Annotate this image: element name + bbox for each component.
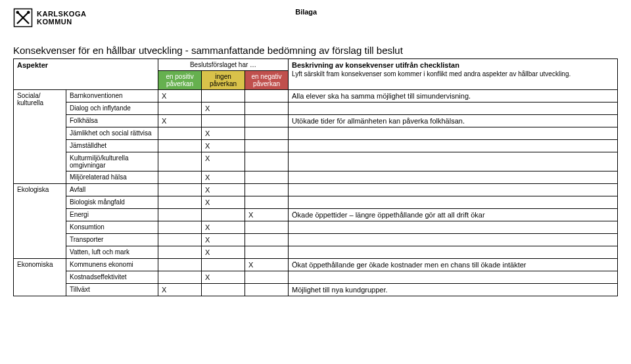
impact-ing-cell	[202, 284, 245, 296]
header-description-title: Beskrivning av konsekvenser utifrån chec…	[292, 61, 459, 69]
aspect-item-cell: Avfall	[66, 184, 158, 196]
impact-ing-cell: X	[202, 171, 245, 184]
impact-neg-cell	[245, 196, 289, 209]
description-cell	[289, 140, 618, 152]
impact-ing-cell: X	[202, 140, 245, 152]
consequence-table: Aspekter Beslutsförslaget har … Beskrivn…	[13, 58, 618, 296]
aspect-item-cell: Jämlikhet och social rättvisa	[66, 127, 158, 140]
table-row: Biologisk mångfaldX	[14, 196, 618, 209]
org-name-line2: KOMMUN	[37, 18, 86, 26]
description-cell: Ökat öppethållande ger ökade kostnader m…	[289, 259, 618, 271]
aspect-item-cell: Jämställdhet	[66, 140, 158, 152]
aspect-item-cell: Folkhälsa	[66, 115, 158, 127]
description-cell	[289, 102, 618, 115]
impact-pos-cell	[158, 127, 202, 140]
aspect-group-cell: Sociala/ kulturella	[14, 90, 66, 184]
impact-neg-cell	[245, 271, 289, 284]
header-negative: en negativ påverkan	[245, 71, 289, 90]
aspect-item-cell: Tillväxt	[66, 284, 158, 296]
impact-pos-cell	[158, 196, 202, 209]
table-row: Kulturmiljö/kulturella omgivningarX	[14, 152, 618, 171]
attachment-label: Bilaga	[295, 8, 409, 16]
description-cell	[289, 152, 618, 171]
impact-neg-cell	[245, 234, 289, 246]
impact-neg-cell	[245, 171, 289, 184]
description-cell	[289, 196, 618, 209]
description-cell	[289, 271, 618, 284]
aspect-group-cell: Ekologiska	[14, 184, 66, 259]
description-cell	[289, 221, 618, 234]
impact-neg-cell: X	[245, 209, 289, 221]
aspect-item-cell: Biologisk mångfald	[66, 196, 158, 209]
impact-neg-cell	[245, 284, 289, 296]
table-row: Dialog och inflytandeX	[14, 102, 618, 115]
impact-neg-cell	[245, 184, 289, 196]
impact-pos-cell	[158, 184, 202, 196]
impact-neg-cell	[245, 221, 289, 234]
impact-ing-cell: X	[202, 196, 245, 209]
aspect-item-cell: Kulturmiljö/kulturella omgivningar	[66, 152, 158, 171]
impact-ing-cell: X	[202, 184, 245, 196]
impact-neg-cell	[245, 140, 289, 152]
impact-neg-cell	[245, 102, 289, 115]
description-cell	[289, 127, 618, 140]
impact-neg-cell	[245, 246, 289, 259]
impact-ing-cell	[202, 209, 245, 221]
header-aspekter: Aspekter	[14, 59, 158, 90]
impact-pos-cell	[158, 246, 202, 259]
aspect-item-cell: Miljörelaterad hälsa	[66, 171, 158, 184]
impact-ing-cell: X	[202, 271, 245, 284]
impact-pos-cell	[158, 234, 202, 246]
description-cell: Möjlighet till nya kundgrupper.	[289, 284, 618, 296]
description-cell	[289, 171, 618, 184]
table-row: FolkhälsaXUtökade tider för allmänheten …	[14, 115, 618, 127]
table-row: Jämlikhet och social rättvisaX	[14, 127, 618, 140]
aspect-item-cell: Energi	[66, 209, 158, 221]
table-row: EkonomiskaKommunens ekonomiXÖkat öppethå…	[14, 259, 618, 271]
aspect-item-cell: Vatten, luft och mark	[66, 246, 158, 259]
table-row: EnergiXÖkade öppettider – längre öppethå…	[14, 209, 618, 221]
impact-ing-cell: X	[202, 152, 245, 171]
impact-pos-cell	[158, 140, 202, 152]
impact-pos-cell	[158, 209, 202, 221]
page-title: Konsekvenser för en hållbar utveckling -…	[13, 45, 618, 56]
table-row: TransporterX	[14, 234, 618, 246]
aspect-item-cell: Konsumtion	[66, 221, 158, 234]
aspect-group-cell: Ekonomiska	[14, 259, 66, 296]
org-name-line1: KARLSKOGA	[37, 10, 86, 18]
aspect-item-cell: Kostnadseffektivitet	[66, 271, 158, 284]
svg-point-4	[27, 11, 30, 14]
table-row: Miljörelaterad hälsaX	[14, 171, 618, 184]
table-row: JämställdhetX	[14, 140, 618, 152]
impact-pos-cell: X	[158, 115, 202, 127]
impact-ing-cell: X	[202, 102, 245, 115]
table-row: KostnadseffektivitetX	[14, 271, 618, 284]
impact-ing-cell: X	[202, 234, 245, 246]
description-cell: Alla elever ska ha samma möjlighet till …	[289, 90, 618, 102]
impact-pos-cell: X	[158, 90, 202, 102]
impact-neg-cell	[245, 127, 289, 140]
table-row: KonsumtionX	[14, 221, 618, 234]
impact-ing-cell	[202, 90, 245, 102]
aspect-item-cell: Kommunens ekonomi	[66, 259, 158, 271]
org-logo: KARLSKOGA KOMMUN	[13, 8, 86, 28]
impact-neg-cell	[245, 115, 289, 127]
header-description-sub: Lyft särskilt fram konsekvenser som komm…	[292, 70, 614, 78]
impact-neg-cell: X	[245, 259, 289, 271]
impact-ing-cell: X	[202, 246, 245, 259]
header-positive: en positiv påverkan	[158, 71, 202, 90]
impact-neg-cell	[245, 152, 289, 171]
impact-pos-cell	[158, 171, 202, 184]
table-row: Vatten, luft och markX	[14, 246, 618, 259]
aspect-item-cell: Dialog och inflytande	[66, 102, 158, 115]
description-cell	[289, 184, 618, 196]
crossed-tools-icon	[13, 8, 33, 28]
description-cell: Ökade öppettider – längre öppethållande …	[289, 209, 618, 221]
description-cell: Utökade tider för allmänheten kan påverk…	[289, 115, 618, 127]
impact-ing-cell	[202, 115, 245, 127]
header-none: ingen påverkan	[202, 71, 245, 90]
header-description: Beskrivning av konsekvenser utifrån chec…	[289, 59, 618, 90]
impact-pos-cell	[158, 271, 202, 284]
aspect-item-cell: Barnkonventionen	[66, 90, 158, 102]
impact-pos-cell	[158, 221, 202, 234]
